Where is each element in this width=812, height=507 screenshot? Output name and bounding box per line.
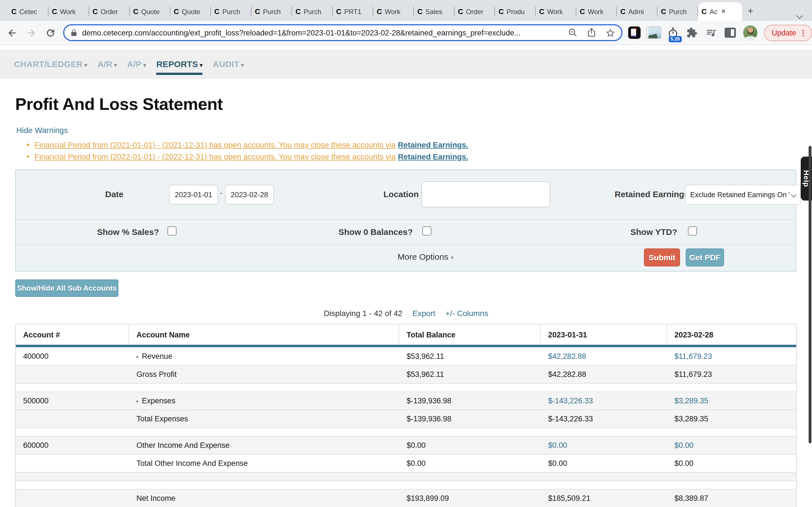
ledger-link[interactable]: $-143,226.33 xyxy=(548,397,593,405)
columns-link[interactable]: +/- Columns xyxy=(446,309,488,318)
sidebar-icon[interactable] xyxy=(723,25,737,40)
browser-tab[interactable]: CPurch xyxy=(658,2,698,21)
tab-favicon-icon: C xyxy=(174,8,179,15)
browser-tab[interactable]: CWork xyxy=(536,2,576,21)
get-pdf-button[interactable]: Get PDF xyxy=(686,248,724,267)
extension-screenshot-icon[interactable] xyxy=(647,25,661,40)
media-queue-icon[interactable] xyxy=(704,25,718,40)
nav-reports[interactable]: REPORTS▾ xyxy=(156,59,203,69)
browser-tab[interactable]: CPurch xyxy=(252,2,292,21)
warning-link[interactable]: Financial Period from (2022-01-01) - (20… xyxy=(35,152,396,161)
date-to-input[interactable] xyxy=(225,185,274,205)
ledger-link[interactable]: $11,679.23 xyxy=(674,352,712,360)
browser-tab[interactable]: CAdmi xyxy=(617,2,658,21)
browser-tab[interactable]: CQuote xyxy=(170,2,211,21)
forward-button[interactable] xyxy=(25,26,38,40)
table-row-net-income: Net Income $193,899.09 $185,509.21 $8,38… xyxy=(16,489,796,507)
back-button[interactable] xyxy=(6,26,19,40)
nav-ap[interactable]: A/P▾ xyxy=(127,59,146,69)
toggle-sub-accounts-button[interactable]: Show/Hide All Sub Accounts xyxy=(15,279,118,297)
table-row-expenses: 500000 ▸Expenses $-139,936.98 $-143,226.… xyxy=(16,392,796,409)
tab-favicon-icon: C xyxy=(620,8,626,15)
list-info: Displaying 1 - 42 of 42 Export +/- Colum… xyxy=(0,309,812,318)
browser-tab[interactable]: CPurch xyxy=(292,2,333,21)
show-ytd-checkbox[interactable] xyxy=(688,226,697,235)
retained-earnings-link[interactable]: Retained Earnings. xyxy=(398,141,468,149)
extensions-puzzle-icon[interactable] xyxy=(684,25,699,40)
submit-button[interactable]: Submit xyxy=(644,248,680,267)
warnings-list: • Financial Period from (2021-01-01) - (… xyxy=(27,139,812,162)
lock-icon xyxy=(70,29,78,37)
tab-favicon-icon: C xyxy=(296,8,301,15)
browser-tab[interactable]: CSales xyxy=(414,2,455,21)
scrollbar-thumb[interactable] xyxy=(809,146,811,443)
update-button[interactable]: Update ⋮ xyxy=(764,24,812,41)
ledger-link[interactable]: $42,282.88 xyxy=(548,352,586,360)
url-text: demo.cetecerp.com/accounting/ext_profit_… xyxy=(82,29,560,37)
export-link[interactable]: Export xyxy=(412,309,435,318)
browser-tab[interactable]: CWork xyxy=(576,2,617,21)
report-filter-panel: Date - Location Retained Earnings Exclud… xyxy=(15,170,796,272)
ledger-link[interactable]: $0.00 xyxy=(548,441,567,450)
chevron-down-icon: ▾ xyxy=(84,62,87,68)
retained-earnings-link[interactable]: Retained Earnings. xyxy=(398,152,468,161)
browser-tab[interactable]: CWork xyxy=(49,2,89,21)
retained-earnings-select[interactable]: Exclude Retained Earnings On 'A xyxy=(685,185,801,205)
browser-tab[interactable]: CPurch xyxy=(211,2,252,21)
browser-menu-kebab-icon[interactable]: ⋮ xyxy=(800,29,807,37)
nav-chart-ledger[interactable]: CHART/LEDGER▾ xyxy=(14,59,87,69)
more-options-link[interactable]: More Options▾ xyxy=(398,252,454,262)
url-bar[interactable]: demo.cetecerp.com/accounting/ext_profit_… xyxy=(63,24,623,41)
show-zero-balances-checkbox[interactable] xyxy=(422,226,432,235)
profile-avatar[interactable] xyxy=(743,25,758,40)
warning-link[interactable]: Financial Period from (2021-01-01) - (20… xyxy=(35,141,396,149)
hide-warnings-link[interactable]: Hide Warnings xyxy=(16,126,812,135)
date-separator: - xyxy=(220,189,222,197)
zoom-out-icon[interactable] xyxy=(567,27,579,38)
date-from-input[interactable] xyxy=(169,185,218,205)
expand-caret-icon[interactable]: ▸ xyxy=(137,398,139,404)
browser-tab[interactable]: CPRT1 xyxy=(333,2,373,21)
show-zero-balances-label: Show 0 Balances? xyxy=(339,227,413,237)
browser-tab[interactable]: COrder xyxy=(89,2,130,21)
browser-tab[interactable]: COrder xyxy=(455,2,495,21)
warning-item: • Financial Period from (2021-01-01) - (… xyxy=(27,139,812,151)
new-tab-button[interactable]: + xyxy=(748,6,753,17)
tab-favicon-icon: C xyxy=(702,8,707,15)
browser-tab-active[interactable]: CAc✕ xyxy=(698,2,742,21)
col-account-name: Account Name xyxy=(129,325,399,345)
chevron-down-icon xyxy=(791,192,797,198)
tab-favicon-icon: C xyxy=(417,8,423,15)
chevron-down-icon: ▾ xyxy=(241,62,244,68)
browser-tab[interactable]: CCetec xyxy=(8,2,49,21)
browser-window: CCetec CWork COrder CQuote CQuote CPurch… xyxy=(0,0,812,507)
tab-close-icon[interactable]: ✕ xyxy=(721,8,726,15)
reload-button[interactable] xyxy=(44,26,57,40)
show-sales-checkbox[interactable] xyxy=(167,226,176,235)
ledger-link[interactable]: $3,289.35 xyxy=(674,397,708,405)
bookmark-star-icon[interactable] xyxy=(605,27,616,38)
tab-favicon-icon: C xyxy=(336,8,342,15)
tab-search-chevron-icon[interactable] xyxy=(797,10,802,15)
share-icon[interactable] xyxy=(586,27,598,38)
extension-doc-icon[interactable] xyxy=(627,25,642,40)
tab-favicon-icon: C xyxy=(458,8,463,15)
browser-tab[interactable]: CQuote xyxy=(130,2,170,21)
nav-audit[interactable]: AUDIT▾ xyxy=(213,59,244,69)
expand-caret-icon[interactable]: ▸ xyxy=(137,353,139,359)
col-total-balance: Total Balance xyxy=(399,325,541,345)
nav-ar[interactable]: A/R▾ xyxy=(98,59,117,69)
retained-earnings-label: Retained Earnings xyxy=(615,189,689,199)
ledger-link[interactable]: $0.00 xyxy=(674,441,694,450)
tab-favicon-icon: C xyxy=(539,8,545,15)
browser-tab[interactable]: CProdu xyxy=(495,2,536,21)
table-header-row: Account # Account Name Total Balance 202… xyxy=(16,325,796,347)
tab-favicon-icon: C xyxy=(52,8,57,15)
browser-tab[interactable]: CWork xyxy=(373,2,414,21)
location-input[interactable] xyxy=(421,181,550,207)
extension-timer-icon[interactable]: 5.26 xyxy=(665,25,680,40)
tab-favicon-icon: C xyxy=(661,8,666,15)
table-row-total-expenses: Total Expenses $-139,936.98 $-143,226.33… xyxy=(16,409,796,428)
col-2023-02-28: 2023-02-28 xyxy=(667,325,796,345)
tab-strip: CCetec CWork COrder CQuote CQuote CPurch… xyxy=(0,0,812,21)
